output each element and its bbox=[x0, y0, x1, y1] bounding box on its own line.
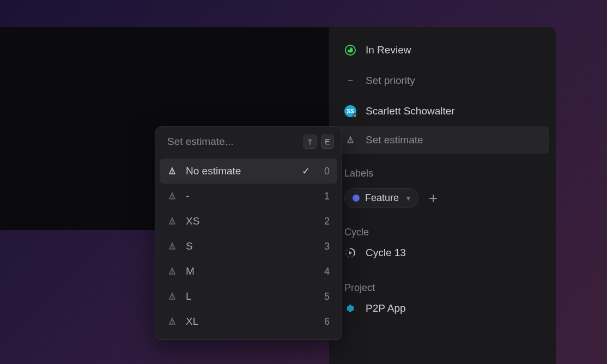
label-text: Feature bbox=[365, 192, 399, 204]
estimate-option-label: XS bbox=[186, 215, 314, 227]
estimate-option-label: M bbox=[186, 265, 314, 277]
assignee-name: Scarlett Schowalter bbox=[366, 105, 455, 117]
estimate-option-shortcut: 4 bbox=[323, 266, 330, 277]
estimate-option-shortcut: 3 bbox=[323, 241, 330, 252]
priority-label: Set priority bbox=[366, 75, 415, 87]
estimate-options-list: No estimate✓0-1XS2S3M4L5XL6 bbox=[155, 155, 342, 339]
estimate-option-shortcut: 0 bbox=[323, 166, 330, 177]
estimate-weight-icon bbox=[167, 292, 177, 301]
estimate-search-input[interactable] bbox=[167, 136, 299, 148]
labels-header: Labels bbox=[329, 154, 556, 184]
popup-header: ⇧ E bbox=[155, 127, 342, 155]
estimate-option[interactable]: No estimate✓0 bbox=[160, 159, 337, 184]
svg-rect-4 bbox=[349, 305, 351, 306]
estimate-weight-icon bbox=[167, 216, 177, 226]
estimate-option[interactable]: L5 bbox=[160, 284, 337, 309]
estimate-option-label: L bbox=[186, 290, 314, 302]
estimate-option-label: S bbox=[186, 240, 314, 252]
properties-panel: In Review ┄ Set priority SS Scarlett Sch… bbox=[329, 27, 556, 364]
priority-icon: ┄ bbox=[344, 75, 356, 87]
estimate-popup: ⇧ E No estimate✓0-1XS2S3M4L5XL6 bbox=[155, 126, 342, 340]
estimate-option[interactable]: -1 bbox=[160, 184, 337, 209]
chevron-down-icon: ▼ bbox=[405, 195, 411, 202]
priority-row[interactable]: ┄ Set priority bbox=[329, 65, 556, 96]
assignee-row[interactable]: SS Scarlett Schowalter bbox=[329, 96, 556, 126]
check-icon: ✓ bbox=[302, 165, 310, 177]
cycle-icon bbox=[344, 247, 356, 259]
estimate-option[interactable]: S3 bbox=[160, 234, 337, 259]
estimate-option-label: No estimate bbox=[186, 165, 293, 177]
in-review-status-icon bbox=[344, 44, 356, 56]
label-color-dot bbox=[353, 195, 360, 202]
avatar: SS bbox=[344, 105, 356, 117]
cycle-row[interactable]: Cycle 13 bbox=[329, 242, 556, 268]
svg-rect-5 bbox=[349, 311, 351, 312]
estimate-icon bbox=[344, 134, 356, 146]
estimate-option[interactable]: XS2 bbox=[160, 209, 337, 234]
label-chip-feature[interactable]: Feature ▼ bbox=[344, 188, 418, 208]
estimate-option[interactable]: M4 bbox=[160, 259, 337, 284]
shortcut-modifier-key: ⇧ bbox=[304, 135, 317, 149]
project-name: P2P App bbox=[366, 302, 406, 314]
estimate-option-label: - bbox=[186, 190, 314, 202]
cycle-name: Cycle 13 bbox=[366, 247, 406, 259]
estimate-option-shortcut: 1 bbox=[323, 191, 330, 202]
estimate-weight-icon bbox=[167, 166, 177, 176]
status-row[interactable]: In Review bbox=[329, 35, 556, 65]
estimate-weight-icon bbox=[167, 191, 177, 201]
estimate-option[interactable]: XL6 bbox=[160, 309, 337, 334]
project-header: Project bbox=[329, 268, 556, 298]
labels-row: Feature ▼ bbox=[329, 184, 556, 213]
add-label-button[interactable] bbox=[425, 190, 441, 207]
cycle-header: Cycle bbox=[329, 213, 556, 242]
estimate-option-shortcut: 2 bbox=[323, 216, 330, 227]
estimate-option-shortcut: 6 bbox=[323, 316, 330, 327]
estimate-row[interactable]: Set estimate bbox=[336, 126, 549, 154]
estimate-weight-icon bbox=[167, 317, 177, 326]
status-label: In Review bbox=[366, 44, 411, 56]
project-row[interactable]: P2P App bbox=[329, 298, 556, 324]
estimate-weight-icon bbox=[167, 266, 177, 276]
presence-dot-icon bbox=[353, 113, 357, 118]
estimate-label: Set estimate bbox=[366, 134, 423, 146]
project-icon bbox=[344, 302, 356, 314]
estimate-option-shortcut: 5 bbox=[323, 291, 330, 302]
estimate-option-label: XL bbox=[186, 316, 314, 327]
estimate-weight-icon bbox=[167, 241, 177, 251]
svg-rect-3 bbox=[347, 306, 354, 311]
shortcut-key: E bbox=[321, 135, 334, 149]
